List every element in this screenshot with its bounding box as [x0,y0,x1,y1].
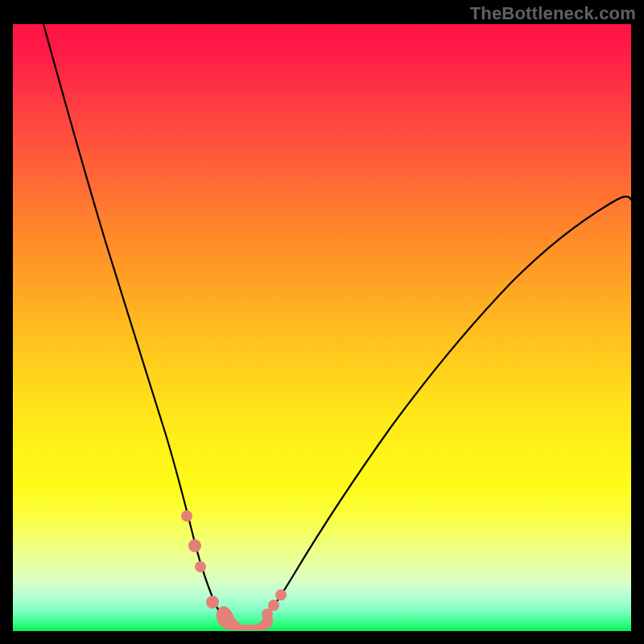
right-curve [262,196,631,621]
chart-container: TheBottleneck.com [0,0,644,644]
marker-right-2 [268,600,279,611]
marker-right-3 [275,589,287,601]
marker-left-3 [195,561,206,572]
curve-layer [13,24,631,631]
marker-left-4 [206,596,219,609]
watermark-label: TheBottleneck.com [470,3,636,24]
plot-area [13,24,631,631]
marker-left-2 [188,539,201,552]
marker-left-1 [181,510,192,522]
left-curve [43,24,225,621]
